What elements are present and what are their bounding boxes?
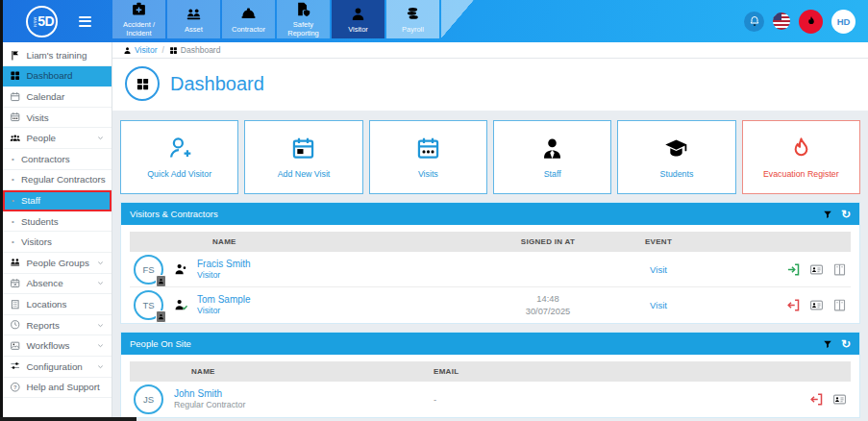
hamburger-menu-icon[interactable]	[79, 13, 91, 29]
avatar[interactable]: TS	[134, 290, 163, 320]
sidebar-item-label: Help and Support	[27, 382, 100, 392]
coins-stack-icon	[186, 6, 202, 22]
sliders-icon	[10, 360, 21, 372]
nav-tile-visitor-active[interactable]: Visitor	[332, 0, 384, 38]
sidebar-item-students[interactable]: • Students	[3, 211, 112, 233]
sign-out-icon[interactable]	[809, 392, 824, 407]
nav-tile-safety-reporting[interactable]: Safety Reporting	[277, 0, 330, 38]
page-title-icon	[125, 66, 160, 101]
sidebar-item-visits[interactable]: Visits	[3, 108, 112, 129]
nav-tile-accident-incident[interactable]: Accident / Incident	[112, 0, 165, 38]
sidebar-item-staff[interactable]: • Staff	[3, 190, 112, 211]
sidebar-item-people-groups[interactable]: People Groups	[3, 253, 112, 274]
nav-decorative-fold	[441, 0, 474, 38]
document-shield-icon	[295, 1, 311, 17]
card-students[interactable]: Students	[617, 120, 735, 194]
id-card-icon[interactable]	[832, 392, 847, 407]
people-on-site-panel: People On Site ↻ NAME EMAIL JS	[120, 332, 860, 418]
card-add-new-visit[interactable]: Add New Visit	[244, 120, 362, 194]
sign-in-icon[interactable]	[786, 262, 801, 277]
notifications-button[interactable]	[744, 12, 764, 32]
person-role[interactable]: Visitor	[197, 270, 457, 281]
dashboard-grid-icon	[10, 70, 21, 82]
card-staff[interactable]: Staff	[493, 120, 611, 194]
sidebar-item-contractors[interactable]: • Contractors	[3, 149, 112, 170]
table-row: JS John Smith Regular Contractor -	[130, 382, 851, 417]
panel-title: People On Site	[130, 338, 191, 349]
nav-tile-payroll[interactable]: Payroll	[386, 0, 439, 38]
nav-tile-contractor[interactable]: Contractor	[222, 0, 275, 38]
event-link[interactable]: Visit	[639, 300, 678, 310]
refresh-icon[interactable]: ↻	[841, 338, 851, 350]
coins-icon	[405, 6, 421, 22]
evacuation-alert-button[interactable]	[799, 10, 823, 34]
breadcrumb-dashboard[interactable]: Dashboard	[169, 45, 221, 55]
nav-tile-label: Accident / Incident	[114, 20, 163, 37]
bell-icon	[749, 15, 760, 27]
building-icon	[10, 299, 21, 310]
sidebar-item-configuration[interactable]: Configuration	[3, 357, 112, 378]
column-header-signed-in: SIGNED IN AT	[457, 237, 639, 246]
sidebar-item-locations[interactable]: Locations	[3, 294, 112, 315]
person-role: Regular Contractor	[174, 400, 414, 410]
hard-hat-icon	[240, 6, 257, 22]
sidebar-item-absence[interactable]: Absence	[3, 274, 112, 295]
avatar[interactable]: JS	[134, 384, 163, 414]
event-link[interactable]: Visit	[639, 264, 678, 275]
breadcrumb-visitor[interactable]: Visitor	[123, 45, 157, 55]
avatar[interactable]: FS	[134, 255, 163, 285]
sidebar-item-visitors[interactable]: • Visitors	[3, 232, 112, 253]
signed-in-person-icon	[174, 298, 188, 312]
nav-tile-label: Visitor	[348, 25, 368, 34]
sidebar-item-reports[interactable]: Reports	[3, 315, 112, 336]
person-name-link[interactable]: Tom Sample	[197, 293, 457, 306]
sidebar-item-label: Students	[21, 216, 59, 227]
sidebar-item-label: Workflows	[27, 340, 70, 351]
card-visits[interactable]: Visits	[369, 120, 487, 194]
id-card-icon[interactable]	[809, 298, 824, 312]
sidebar-item-help-support[interactable]: Help and Support	[3, 378, 112, 399]
refresh-icon[interactable]: ↻	[841, 209, 851, 220]
dashboard-grid-icon	[136, 77, 150, 91]
sign-out-icon[interactable]	[786, 298, 801, 312]
door-panel-icon[interactable]	[832, 298, 847, 312]
sidebar-item-workflows[interactable]: Workflows	[3, 335, 112, 357]
quick-action-cards: Quick Add Visitor Add New Visit Visits S…	[112, 111, 868, 194]
nav-tile-asset[interactable]: Asset	[167, 0, 220, 38]
filter-funnel-icon[interactable]	[823, 210, 832, 219]
user-avatar[interactable]: HD	[831, 10, 856, 34]
column-header-event: EVENT	[639, 237, 678, 246]
person-name-link[interactable]: John Smith	[174, 387, 414, 400]
nav-tile-label: Payroll	[402, 25, 424, 34]
sidebar-item-calendar[interactable]: Calendar	[3, 87, 112, 108]
sidebar-item-dashboard[interactable]: Dashboard	[3, 66, 112, 87]
top-bar: NSW 5D Accident / Incident Asset Contrac…	[3, 0, 868, 42]
language-flag-button[interactable]	[773, 12, 790, 30]
logo-zone: NSW 5D	[3, 0, 112, 42]
calendar-icon	[10, 111, 21, 123]
sidebar-item-label: Calendar	[27, 91, 65, 102]
person-name-link[interactable]: Fracis Smith	[197, 258, 457, 270]
topbar-actions: HD	[744, 0, 868, 42]
id-card-icon[interactable]	[809, 262, 824, 277]
sidebar-item-people[interactable]: People	[3, 128, 112, 149]
sidebar-item-liams-training[interactable]: Liam's training	[3, 45, 112, 66]
chevron-down-icon	[96, 259, 105, 267]
chevron-down-icon	[96, 321, 105, 330]
card-label: Visits	[418, 169, 438, 179]
door-panel-icon[interactable]	[832, 262, 847, 277]
app-logo[interactable]: NSW 5D	[26, 6, 58, 37]
breadcrumb-separator: /	[161, 45, 163, 55]
sidebar-item-regular-contractors[interactable]: • Regular Contractors	[3, 170, 112, 191]
flame-icon	[805, 14, 818, 28]
person-role[interactable]: Visitor	[197, 306, 457, 316]
card-evacuation-register[interactable]: Evacuation Register	[742, 120, 860, 194]
table-row: FS Fracis Smith Visitor Visit	[130, 252, 851, 287]
sidebar-item-label: Contractors	[21, 154, 70, 164]
card-quick-add-visitor[interactable]: Quick Add Visitor	[120, 120, 238, 194]
main-content: Visitor / Dashboard Dashboard Quick Add …	[112, 42, 868, 421]
picture-icon	[10, 340, 21, 352]
nav-tile-label: Asset	[185, 25, 203, 34]
filter-funnel-icon[interactable]	[823, 339, 832, 349]
chevron-down-icon	[96, 134, 105, 142]
